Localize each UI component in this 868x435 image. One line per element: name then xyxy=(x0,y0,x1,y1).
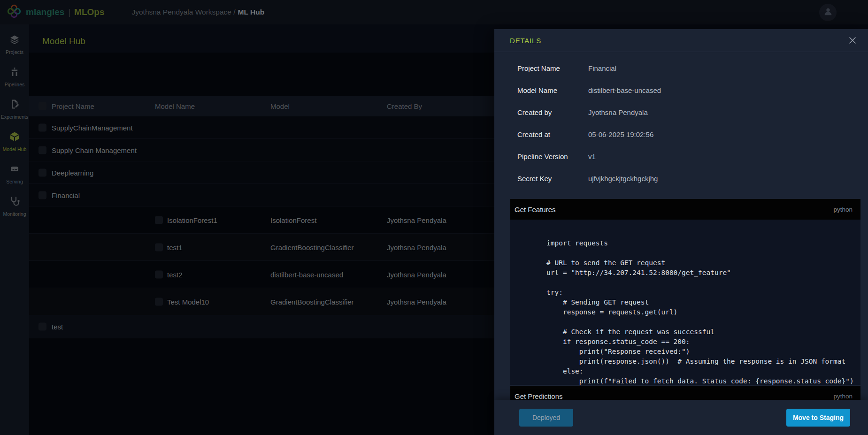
code-language-badge: python xyxy=(833,206,853,213)
field-value: distilbert-base-uncased xyxy=(588,86,661,94)
field-label: Model Name xyxy=(517,86,588,94)
code-card-header: Get Features python xyxy=(510,199,860,220)
code-card-title: Get Predictions xyxy=(515,392,563,400)
details-panel-body: Project Name Financial Model Name distil… xyxy=(494,52,868,435)
field-secret-key: Secret Key ujfvjkhgckjtgckhgckjhg xyxy=(517,168,860,190)
code-block: import requests # URL to send the GET re… xyxy=(510,220,860,385)
details-fields: Project Name Financial Model Name distil… xyxy=(494,52,868,190)
field-label: Secret Key xyxy=(517,175,588,183)
field-created-at: Created at 05-06-2025 19:02:56 xyxy=(517,123,860,145)
field-value: ujfvjkhgckjtgckhgckjhg xyxy=(588,175,658,183)
field-project-name: Project Name Financial xyxy=(517,57,860,79)
field-value: 05-06-2025 19:02:56 xyxy=(588,130,653,138)
details-panel-header: DETAILS xyxy=(494,29,868,52)
app-window: mlangles | MLOps Jyothsna Pendyala Works… xyxy=(0,0,868,435)
move-to-staging-button[interactable]: Move to Staging xyxy=(786,409,850,427)
code-language-badge: python xyxy=(833,393,853,400)
field-label: Pipeline Version xyxy=(517,153,588,160)
field-pipeline-version: Pipeline Version v1 xyxy=(517,145,860,168)
field-label: Created by xyxy=(517,108,588,116)
get-features-code-card: Get Features python import requests # UR… xyxy=(510,199,860,385)
close-icon[interactable] xyxy=(848,36,857,45)
python-code: import requests # URL to send the GET re… xyxy=(510,220,860,385)
field-created-by: Created by Jyothsna Pendyala xyxy=(517,101,860,123)
details-title: DETAILS xyxy=(510,37,541,45)
field-model-name: Model Name distilbert-base-uncased xyxy=(517,79,860,101)
field-value: Financial xyxy=(588,64,616,72)
details-panel-footer: Deployed Move to Staging xyxy=(494,400,868,435)
field-value: v1 xyxy=(588,153,596,160)
field-label: Created at xyxy=(517,130,588,138)
deployed-button[interactable]: Deployed xyxy=(519,409,573,427)
field-label: Project Name xyxy=(517,64,588,72)
details-panel: DETAILS Project Name Financial Model Nam… xyxy=(494,29,868,435)
code-card-title: Get Features xyxy=(515,206,556,214)
field-value: Jyothsna Pendyala xyxy=(588,108,648,116)
